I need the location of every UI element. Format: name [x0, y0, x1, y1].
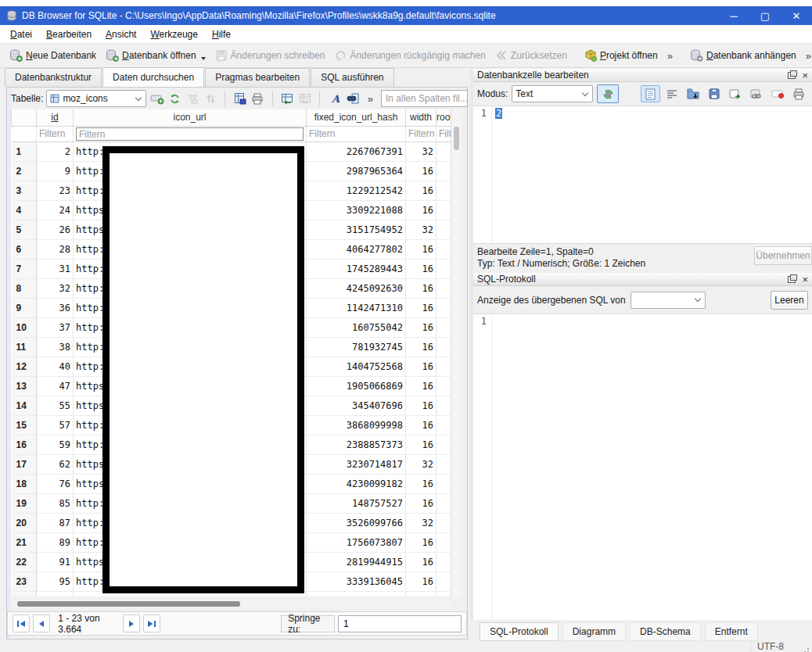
- tab-daten-durchsuchen[interactable]: Daten durchsuchen: [102, 67, 204, 87]
- apply-button[interactable]: Übernehmen: [754, 246, 812, 265]
- cell-hash[interactable]: 3230714817: [307, 454, 406, 474]
- cell-root[interactable]: [437, 571, 451, 591]
- cell-id[interactable]: 89: [37, 532, 74, 552]
- column-header-width[interactable]: width: [406, 109, 437, 126]
- cell-id[interactable]: 59: [37, 435, 74, 454]
- cell-width[interactable]: 32: [406, 220, 437, 239]
- cell-width[interactable]: 16: [406, 337, 437, 356]
- save-table-view-button[interactable]: [232, 90, 247, 107]
- filter-button[interactable]: [185, 90, 200, 107]
- cell-hash[interactable]: 1756073807: [307, 532, 406, 552]
- open-database-dropdown-caret[interactable]: [201, 57, 206, 60]
- goto-label[interactable]: Springe zu:: [281, 615, 335, 632]
- table-select[interactable]: moz_icons: [46, 90, 146, 107]
- grid-horizontal-scrollbar[interactable]: [11, 600, 451, 608]
- open-project-button[interactable]: Projekt öffnen: [580, 47, 663, 64]
- cell-width[interactable]: 16: [406, 356, 437, 376]
- new-database-button[interactable]: Neue Datenbank: [5, 47, 101, 64]
- cell-hash[interactable]: 2267067391: [307, 142, 406, 161]
- float-dock-icon[interactable]: [788, 276, 796, 283]
- cell-width[interactable]: 16: [406, 259, 437, 278]
- toolbar-overflow-chevron[interactable]: »: [663, 50, 677, 62]
- cell-width[interactable]: 16: [406, 181, 437, 200]
- filter-input-width[interactable]: Filtern: [406, 126, 437, 142]
- last-page-button[interactable]: [143, 614, 160, 632]
- cell-width[interactable]: 32: [406, 142, 437, 161]
- cell-id[interactable]: 76: [37, 474, 74, 493]
- cell-id[interactable]: 95: [37, 571, 74, 591]
- row-number[interactable]: 7: [12, 259, 37, 278]
- cell-id[interactable]: 91: [37, 552, 74, 571]
- cell-width[interactable]: 16: [406, 278, 437, 298]
- column-header-fixed-icon-url-hash[interactable]: fixed_icon_url_hash: [307, 109, 406, 126]
- filter-input-icon-url[interactable]: Filtern: [74, 126, 307, 142]
- bottom-tab-entfernt[interactable]: Entfernt: [705, 622, 758, 641]
- cell-hash[interactable]: 1745289443: [307, 259, 406, 278]
- filter-input-id[interactable]: Filtern: [37, 126, 74, 142]
- cell-hash[interactable]: 1229212542: [307, 181, 406, 200]
- clear-log-button[interactable]: Leeren: [771, 291, 808, 310]
- cell-id[interactable]: 36: [37, 298, 74, 317]
- row-number[interactable]: 4: [12, 200, 37, 220]
- open-database-button[interactable]: Datenbank öffnen: [101, 47, 210, 64]
- row-number[interactable]: 6: [12, 239, 37, 259]
- cell-width[interactable]: 16: [406, 552, 437, 571]
- row-number[interactable]: 5: [12, 220, 37, 239]
- cell-id[interactable]: 47: [37, 376, 74, 396]
- cell-root[interactable]: [437, 415, 451, 435]
- refresh-button[interactable]: [167, 90, 182, 107]
- row-number[interactable]: 20: [12, 513, 37, 532]
- bottom-tab-sql-protokoll[interactable]: SQL-Protokoll: [480, 622, 559, 641]
- grid-vertical-scrollbar[interactable]: [451, 109, 461, 598]
- column-header-id[interactable]: id: [37, 109, 74, 126]
- cell-root[interactable]: [437, 493, 451, 513]
- cell-id[interactable]: 9: [37, 161, 74, 181]
- remove-column-button[interactable]: [298, 90, 313, 107]
- resize-grip[interactable]: [807, 648, 809, 650]
- float-dock-icon[interactable]: [788, 72, 796, 79]
- cell-root[interactable]: [437, 181, 451, 200]
- cell-width[interactable]: 32: [406, 454, 437, 474]
- tab-pragmas-bearbeiten[interactable]: Pragmas bearbeiten: [205, 68, 310, 87]
- cell-hash[interactable]: 2819944915: [307, 552, 406, 571]
- export-cell-button[interactable]: [704, 85, 724, 102]
- goto-input[interactable]: [338, 615, 462, 632]
- cell-hash[interactable]: 4230099182: [307, 474, 406, 493]
- cell-width[interactable]: 16: [406, 376, 437, 396]
- cell-id[interactable]: 28: [37, 239, 74, 259]
- minimize-button[interactable]: ─: [718, 6, 749, 25]
- menu-item[interactable]: Werkzeuge: [143, 27, 204, 42]
- cell-root[interactable]: [437, 532, 451, 552]
- previous-page-button[interactable]: [33, 614, 50, 632]
- cell-root[interactable]: [437, 435, 451, 454]
- mode-select[interactable]: Text: [512, 85, 593, 102]
- tab-sql-ausfuehren[interactable]: SQL ausführen: [311, 68, 393, 87]
- grid-corner[interactable]: [12, 109, 37, 126]
- new-record-button[interactable]: [149, 90, 164, 107]
- close-dock-icon[interactable]: ×: [802, 70, 808, 81]
- cell-width[interactable]: 16: [406, 493, 437, 513]
- row-number[interactable]: 9: [12, 298, 37, 317]
- cell-root[interactable]: [437, 259, 451, 278]
- cell-width[interactable]: 16: [406, 474, 437, 493]
- bottom-tab-db-schema[interactable]: DB-Schema: [630, 622, 701, 641]
- cell-root[interactable]: [437, 298, 451, 317]
- sql-log-area[interactable]: 1: [473, 313, 812, 620]
- cell-hash[interactable]: 2388857373: [307, 435, 406, 454]
- cell-root[interactable]: [437, 278, 451, 298]
- cell-hash[interactable]: 1404752568: [307, 356, 406, 376]
- row-number[interactable]: 12: [12, 356, 37, 376]
- cell-hash[interactable]: 3526099766: [307, 513, 406, 532]
- cell-root[interactable]: [437, 161, 451, 181]
- cell-hash[interactable]: 3151754952: [307, 220, 406, 239]
- cell-id[interactable]: 2: [37, 142, 74, 161]
- text-mode-button[interactable]: [641, 85, 660, 102]
- sort-button[interactable]: [203, 90, 218, 107]
- cell-editor-area[interactable]: 1 2: [473, 106, 812, 243]
- first-page-button[interactable]: [13, 614, 30, 632]
- cell-editor-value[interactable]: 2: [495, 108, 502, 119]
- cell-width[interactable]: 16: [406, 396, 437, 415]
- row-number[interactable]: 13: [12, 376, 37, 396]
- cell-width[interactable]: 16: [406, 532, 437, 552]
- filter-input-root[interactable]: Filtern: [437, 126, 451, 142]
